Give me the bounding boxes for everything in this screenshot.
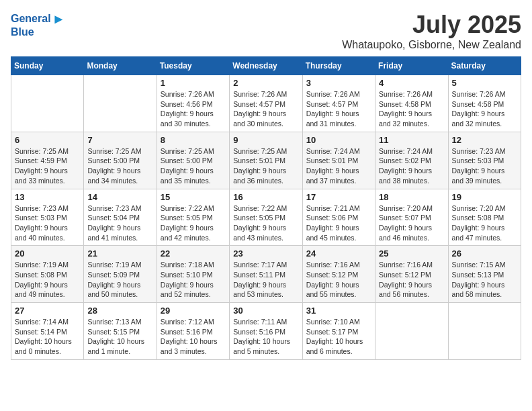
cell-content: Sunrise: 7:25 AMSunset: 4:59 PMDaylight:… [15, 146, 80, 186]
logo-text-blue: Blue [11, 26, 65, 38]
day-number: 15 [161, 192, 226, 202]
day-number: 27 [15, 306, 80, 316]
day-number: 30 [233, 306, 298, 316]
calendar-cell: 17Sunrise: 7:21 AMSunset: 5:06 PMDayligh… [302, 189, 375, 246]
cell-content: Sunrise: 7:20 AMSunset: 5:08 PMDaylight:… [452, 203, 517, 243]
cell-content: Sunrise: 7:10 AMSunset: 5:17 PMDaylight:… [306, 317, 371, 357]
cell-content: Sunrise: 7:26 AMSunset: 4:58 PMDaylight:… [379, 89, 444, 129]
calendar-cell: 23Sunrise: 7:17 AMSunset: 5:11 PMDayligh… [230, 246, 302, 303]
calendar-cell: 6Sunrise: 7:25 AMSunset: 4:59 PMDaylight… [11, 132, 84, 189]
calendar-cell: 19Sunrise: 7:20 AMSunset: 5:08 PMDayligh… [448, 189, 521, 246]
cell-content: Sunrise: 7:22 AMSunset: 5:05 PMDaylight:… [161, 203, 226, 243]
cell-content: Sunrise: 7:25 AMSunset: 5:00 PMDaylight:… [161, 146, 226, 186]
week-row-1: 1Sunrise: 7:26 AMSunset: 4:56 PMDaylight… [11, 75, 521, 132]
cell-content: Sunrise: 7:17 AMSunset: 5:11 PMDaylight:… [233, 260, 298, 300]
calendar-table: SundayMondayTuesdayWednesdayThursdayFrid… [11, 56, 521, 360]
day-header-tuesday: Tuesday [157, 57, 229, 75]
calendar-cell: 28Sunrise: 7:13 AMSunset: 5:15 PMDayligh… [84, 303, 157, 360]
cell-content: Sunrise: 7:21 AMSunset: 5:06 PMDaylight:… [306, 203, 371, 243]
cell-content: Sunrise: 7:24 AMSunset: 5:01 PMDaylight:… [306, 146, 371, 186]
page-header: General ► Blue July 2025 Whataupoko, Gis… [11, 11, 521, 51]
day-number: 5 [452, 78, 517, 88]
cell-content: Sunrise: 7:19 AMSunset: 5:09 PMDaylight:… [87, 260, 152, 300]
day-header-monday: Monday [84, 57, 157, 75]
cell-content: Sunrise: 7:13 AMSunset: 5:15 PMDaylight:… [87, 317, 152, 357]
day-number: 8 [161, 135, 226, 145]
calendar-cell: 24Sunrise: 7:16 AMSunset: 5:12 PMDayligh… [302, 246, 375, 303]
calendar-cell: 9Sunrise: 7:25 AMSunset: 5:01 PMDaylight… [230, 132, 302, 189]
day-number: 21 [87, 248, 152, 259]
day-number: 24 [306, 248, 371, 259]
logo-bird-icon: ► [52, 11, 66, 27]
day-number: 28 [87, 306, 152, 316]
cell-content: Sunrise: 7:26 AMSunset: 4:58 PMDaylight:… [452, 89, 517, 129]
calendar-cell [375, 303, 448, 360]
calendar-cell: 1Sunrise: 7:26 AMSunset: 4:56 PMDaylight… [157, 75, 229, 132]
day-number: 26 [452, 248, 517, 259]
day-number: 6 [15, 135, 80, 145]
cell-content: Sunrise: 7:22 AMSunset: 5:05 PMDaylight:… [233, 203, 298, 243]
day-number: 13 [15, 192, 80, 202]
logo-mark: General ► [11, 11, 65, 27]
month-title: July 2025 [342, 11, 521, 39]
calendar-cell: 30Sunrise: 7:11 AMSunset: 5:16 PMDayligh… [230, 303, 302, 360]
calendar-cell: 10Sunrise: 7:24 AMSunset: 5:01 PMDayligh… [302, 132, 375, 189]
cell-content: Sunrise: 7:19 AMSunset: 5:08 PMDaylight:… [15, 260, 80, 300]
day-header-saturday: Saturday [448, 57, 521, 75]
day-number: 17 [306, 192, 371, 202]
logo-text-general: General [11, 12, 51, 25]
day-number: 25 [379, 248, 444, 259]
day-number: 7 [87, 135, 152, 145]
calendar-cell: 7Sunrise: 7:25 AMSunset: 5:00 PMDaylight… [84, 132, 157, 189]
day-header-friday: Friday [375, 57, 448, 75]
week-row-4: 20Sunrise: 7:19 AMSunset: 5:08 PMDayligh… [11, 246, 521, 303]
calendar-cell: 8Sunrise: 7:25 AMSunset: 5:00 PMDaylight… [157, 132, 229, 189]
cell-content: Sunrise: 7:23 AMSunset: 5:03 PMDaylight:… [452, 146, 517, 186]
week-row-3: 13Sunrise: 7:23 AMSunset: 5:03 PMDayligh… [11, 189, 521, 246]
calendar-header-row: SundayMondayTuesdayWednesdayThursdayFrid… [11, 57, 521, 75]
calendar-cell: 2Sunrise: 7:26 AMSunset: 4:57 PMDaylight… [230, 75, 302, 132]
calendar-cell [11, 75, 84, 132]
day-number: 29 [161, 306, 226, 316]
logo: General ► Blue [11, 11, 65, 38]
calendar-cell: 22Sunrise: 7:18 AMSunset: 5:10 PMDayligh… [157, 246, 229, 303]
day-header-wednesday: Wednesday [230, 57, 302, 75]
cell-content: Sunrise: 7:23 AMSunset: 5:03 PMDaylight:… [15, 203, 80, 243]
cell-content: Sunrise: 7:25 AMSunset: 5:00 PMDaylight:… [87, 146, 152, 186]
cell-content: Sunrise: 7:26 AMSunset: 4:57 PMDaylight:… [233, 89, 298, 129]
day-number: 31 [306, 306, 371, 316]
calendar-cell [448, 303, 521, 360]
calendar-cell: 20Sunrise: 7:19 AMSunset: 5:08 PMDayligh… [11, 246, 84, 303]
calendar-cell: 11Sunrise: 7:24 AMSunset: 5:02 PMDayligh… [375, 132, 448, 189]
title-block: July 2025 Whataupoko, Gisborne, New Zeal… [342, 11, 521, 51]
calendar-cell: 13Sunrise: 7:23 AMSunset: 5:03 PMDayligh… [11, 189, 84, 246]
cell-content: Sunrise: 7:14 AMSunset: 5:14 PMDaylight:… [15, 317, 80, 357]
calendar-cell: 29Sunrise: 7:12 AMSunset: 5:16 PMDayligh… [157, 303, 229, 360]
cell-content: Sunrise: 7:26 AMSunset: 4:56 PMDaylight:… [161, 89, 226, 129]
calendar-cell: 5Sunrise: 7:26 AMSunset: 4:58 PMDaylight… [448, 75, 521, 132]
day-header-thursday: Thursday [302, 57, 375, 75]
week-row-5: 27Sunrise: 7:14 AMSunset: 5:14 PMDayligh… [11, 303, 521, 360]
day-number: 16 [233, 192, 298, 202]
cell-content: Sunrise: 7:23 AMSunset: 5:04 PMDaylight:… [87, 203, 152, 243]
day-number: 18 [379, 192, 444, 202]
calendar-cell: 25Sunrise: 7:16 AMSunset: 5:12 PMDayligh… [375, 246, 448, 303]
day-number: 1 [161, 78, 226, 88]
day-header-sunday: Sunday [11, 57, 84, 75]
day-number: 2 [233, 78, 298, 88]
day-number: 23 [233, 248, 298, 259]
cell-content: Sunrise: 7:25 AMSunset: 5:01 PMDaylight:… [233, 146, 298, 186]
day-number: 11 [379, 135, 444, 145]
day-number: 14 [87, 192, 152, 202]
day-number: 10 [306, 135, 371, 145]
day-number: 22 [161, 248, 226, 259]
cell-content: Sunrise: 7:11 AMSunset: 5:16 PMDaylight:… [233, 317, 298, 357]
cell-content: Sunrise: 7:15 AMSunset: 5:13 PMDaylight:… [452, 260, 517, 300]
calendar-cell: 15Sunrise: 7:22 AMSunset: 5:05 PMDayligh… [157, 189, 229, 246]
calendar-cell: 4Sunrise: 7:26 AMSunset: 4:58 PMDaylight… [375, 75, 448, 132]
location-subtitle: Whataupoko, Gisborne, New Zealand [342, 39, 521, 51]
cell-content: Sunrise: 7:18 AMSunset: 5:10 PMDaylight:… [161, 260, 226, 300]
day-number: 3 [306, 78, 371, 88]
calendar-cell: 3Sunrise: 7:26 AMSunset: 4:57 PMDaylight… [302, 75, 375, 132]
cell-content: Sunrise: 7:16 AMSunset: 5:12 PMDaylight:… [379, 260, 444, 300]
